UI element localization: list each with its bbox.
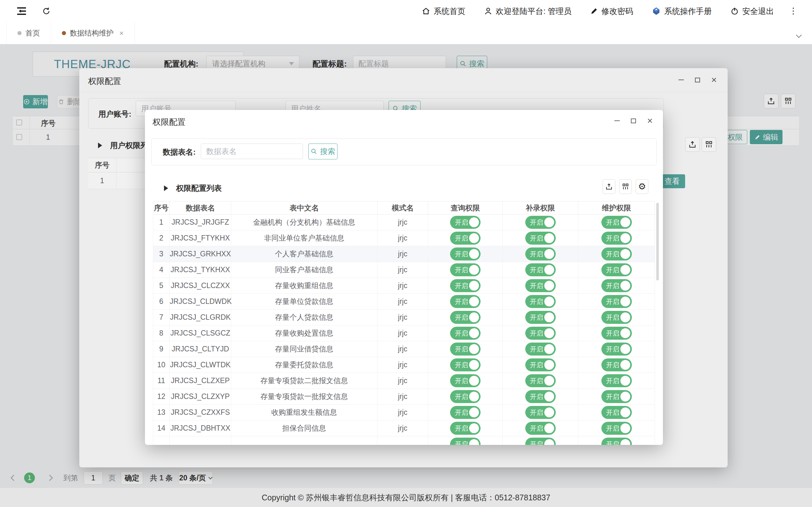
supplement-permission-toggle[interactable]: 开启 bbox=[525, 295, 556, 308]
toggle-on-label: 开启 bbox=[455, 250, 468, 259]
toggle-on-label: 开启 bbox=[530, 329, 543, 338]
query-permission-toggle[interactable]: 开启 bbox=[450, 295, 480, 308]
row-seq: 9 bbox=[153, 341, 170, 357]
query-permission-toggle[interactable]: 开启 bbox=[450, 358, 480, 372]
supplement-permission-toggle[interactable]: 开启 bbox=[525, 343, 556, 355]
supplement-permission-toggle[interactable]: 开启 bbox=[525, 247, 556, 261]
scrollbar-thumb[interactable] bbox=[656, 203, 659, 280]
supplement-permission-cell: 开启 bbox=[503, 436, 578, 445]
table-row: 9 JRJCSJ_CLTYJD 存量同业借贷信息 jrjc 开启 开启 开启 bbox=[153, 341, 655, 357]
maintain-permission-toggle[interactable]: 开启 bbox=[601, 327, 632, 340]
settings-icon-button[interactable]: ⚙ bbox=[636, 179, 648, 194]
supplement-permission-cell: 开启 bbox=[503, 230, 578, 246]
permission-list-section[interactable]: 权限配置列表 bbox=[164, 183, 222, 193]
row-cn-name: 个人客户基础信息 bbox=[231, 246, 377, 262]
row-table-name: JRJCSJ_DBHTXX bbox=[170, 420, 231, 436]
toggle-on-label: 开启 bbox=[455, 408, 468, 417]
supplement-permission-toggle[interactable]: 开启 bbox=[525, 216, 556, 229]
toggle-knob bbox=[469, 265, 479, 275]
maintain-permission-toggle[interactable]: 开启 bbox=[601, 438, 632, 445]
row-table-name: JRJCSJ_JRJGFZ bbox=[170, 215, 231, 230]
supplement-permission-toggle[interactable]: 开启 bbox=[525, 232, 556, 245]
maintain-permission-cell: 开启 bbox=[578, 436, 655, 445]
supplement-permission-toggle[interactable]: 开启 bbox=[525, 279, 556, 292]
col-seq: 序号 bbox=[153, 202, 170, 215]
collapse-menu-icon[interactable] bbox=[17, 7, 26, 15]
query-permission-toggle[interactable]: 开启 bbox=[450, 374, 480, 387]
maintain-permission-toggle[interactable]: 开启 bbox=[601, 216, 632, 229]
query-permission-toggle[interactable]: 开启 bbox=[450, 279, 480, 292]
query-permission-toggle[interactable]: 开启 bbox=[450, 406, 480, 419]
col-schema: 模式名 bbox=[377, 202, 428, 215]
query-permission-cell: 开启 bbox=[428, 341, 503, 357]
nav-change-password[interactable]: 修改密码 bbox=[590, 6, 633, 16]
maintain-permission-toggle[interactable]: 开启 bbox=[601, 263, 632, 276]
maintain-permission-toggle[interactable]: 开启 bbox=[601, 358, 632, 372]
supplement-permission-toggle[interactable]: 开启 bbox=[525, 438, 556, 445]
query-permission-toggle[interactable]: 开启 bbox=[450, 422, 480, 435]
supplement-permission-toggle[interactable]: 开启 bbox=[525, 374, 556, 387]
supplement-permission-toggle[interactable]: 开启 bbox=[525, 327, 556, 340]
supplement-permission-toggle[interactable]: 开启 bbox=[525, 263, 556, 276]
maintain-permission-toggle[interactable]: 开启 bbox=[601, 311, 632, 324]
supplement-permission-cell: 开启 bbox=[503, 246, 578, 262]
manual-book-icon bbox=[652, 6, 661, 16]
maintain-permission-cell: 开启 bbox=[578, 309, 655, 326]
query-permission-toggle[interactable]: 开启 bbox=[450, 232, 480, 245]
close-icon[interactable]: × bbox=[646, 117, 654, 125]
maintain-permission-toggle[interactable]: 开启 bbox=[601, 374, 632, 387]
query-permission-toggle[interactable]: 开启 bbox=[450, 343, 480, 355]
query-permission-toggle[interactable]: 开启 bbox=[450, 263, 480, 276]
supplement-permission-toggle[interactable]: 开启 bbox=[525, 422, 556, 435]
tab-data-structure[interactable]: 数据结构维护 × bbox=[51, 22, 135, 44]
table-search-button[interactable]: 搜索 bbox=[308, 144, 338, 159]
toggle-on-label: 开启 bbox=[455, 313, 468, 322]
export-icon-button[interactable] bbox=[603, 179, 615, 194]
supplement-permission-toggle[interactable]: 开启 bbox=[525, 358, 556, 372]
query-permission-toggle[interactable]: 开启 bbox=[450, 327, 480, 340]
nav-system-manual[interactable]: 系统操作手册 bbox=[652, 6, 712, 16]
maintain-permission-toggle[interactable]: 开启 bbox=[601, 247, 632, 261]
table-name-input[interactable] bbox=[201, 144, 303, 159]
toggle-on-label: 开启 bbox=[606, 297, 619, 306]
query-permission-toggle[interactable]: 开启 bbox=[450, 216, 480, 229]
nav-logout[interactable]: 安全退出 bbox=[730, 6, 774, 16]
refresh-icon[interactable] bbox=[42, 7, 51, 15]
nav-system-home[interactable]: 系统首页 bbox=[421, 6, 465, 16]
query-permission-toggle[interactable]: 开启 bbox=[450, 390, 480, 403]
dialog-header[interactable]: 权限配置 × bbox=[145, 110, 663, 132]
tab-close-icon[interactable]: × bbox=[119, 30, 124, 37]
maintain-permission-toggle[interactable]: 开启 bbox=[601, 406, 632, 419]
more-menu-icon[interactable] bbox=[792, 6, 794, 16]
tab-home[interactable]: 首页 bbox=[6, 22, 51, 44]
row-schema: jrjc bbox=[377, 341, 428, 357]
row-table-name bbox=[170, 436, 231, 445]
toggle-knob bbox=[620, 424, 630, 433]
row-cn-name: 存量个人贷款信息 bbox=[231, 309, 377, 326]
permission-table-area: 序号 数据表名 表中文名 模式名 查询权限 补录权限 维护权限 1 JRJCSJ… bbox=[153, 201, 655, 445]
maintain-permission-toggle[interactable]: 开启 bbox=[601, 390, 632, 403]
maintain-permission-toggle[interactable]: 开启 bbox=[601, 343, 632, 355]
row-table-name: JRJCSJ_CLZXEP bbox=[170, 373, 231, 389]
row-cn-name: 存量单位贷款信息 bbox=[231, 294, 377, 309]
maintain-permission-toggle[interactable]: 开启 bbox=[601, 295, 632, 308]
maintain-permission-cell: 开启 bbox=[578, 326, 655, 341]
maintain-permission-toggle[interactable]: 开启 bbox=[601, 232, 632, 245]
maximize-icon[interactable] bbox=[629, 117, 638, 125]
query-permission-toggle[interactable]: 开启 bbox=[450, 247, 480, 261]
nav-welcome-user[interactable]: 欢迎登陆平台: 管理员 bbox=[484, 6, 571, 16]
maintain-permission-toggle[interactable]: 开启 bbox=[601, 422, 632, 435]
column-settings-icon-button[interactable] bbox=[619, 179, 632, 194]
toggle-on-label: 开启 bbox=[606, 424, 619, 433]
supplement-permission-toggle[interactable]: 开启 bbox=[525, 311, 556, 324]
tabs-dropdown-icon[interactable] bbox=[797, 31, 803, 37]
toggle-on-label: 开启 bbox=[455, 424, 468, 433]
supplement-permission-toggle[interactable]: 开启 bbox=[525, 406, 556, 419]
maintain-permission-toggle[interactable]: 开启 bbox=[601, 279, 632, 292]
minimize-icon[interactable] bbox=[613, 117, 621, 125]
query-permission-toggle[interactable]: 开启 bbox=[450, 311, 480, 324]
query-permission-toggle[interactable]: 开启 bbox=[450, 438, 480, 445]
toggle-knob bbox=[620, 217, 630, 227]
supplement-permission-toggle[interactable]: 开启 bbox=[525, 390, 556, 403]
toggle-knob bbox=[544, 313, 554, 322]
